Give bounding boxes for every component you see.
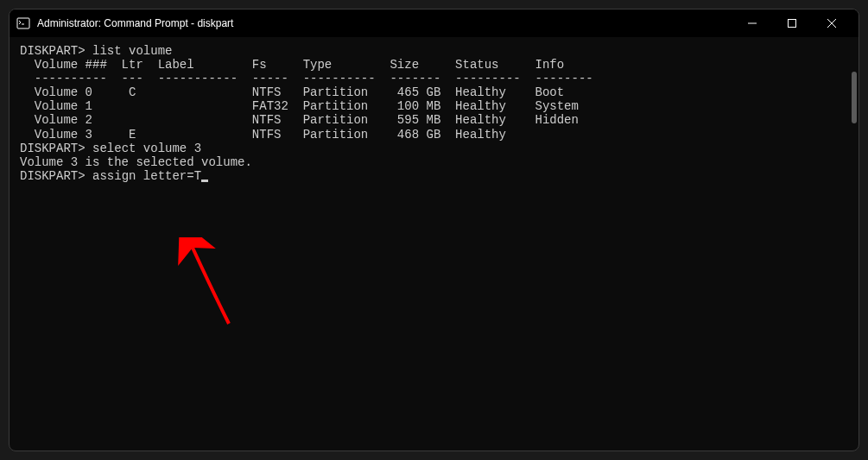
window-controls — [732, 9, 852, 37]
table-row: Volume 2 NTFS Partition 595 MB Healthy H… — [20, 113, 848, 127]
table-row: Volume 1 FAT32 Partition 100 MB Healthy … — [20, 99, 848, 113]
prompt: DISKPART> — [20, 44, 86, 58]
window-title: Administrator: Command Prompt - diskpart — [37, 17, 732, 29]
command-text: assign letter=T — [86, 169, 201, 183]
prompt: DISKPART> — [20, 142, 86, 155]
close-button[interactable] — [812, 9, 852, 37]
minimize-button[interactable] — [732, 9, 772, 37]
command-text: select volume 3 — [86, 142, 201, 155]
app-icon — [16, 16, 30, 30]
command-prompt-window: Administrator: Command Prompt - diskpart… — [9, 9, 859, 451]
svg-rect-3 — [789, 20, 796, 28]
maximize-button[interactable] — [772, 9, 812, 37]
titlebar[interactable]: Administrator: Command Prompt - diskpart — [10, 9, 858, 37]
scrollbar-thumb[interactable] — [852, 72, 857, 123]
table-header: Volume ### Ltr Label Fs Type Size Status… — [20, 58, 848, 72]
command-text: list volume — [86, 44, 173, 58]
prompt-line-1: DISKPART> list volume — [20, 44, 848, 58]
prompt: DISKPART> — [20, 169, 86, 183]
cursor — [201, 180, 208, 182]
prompt-line-2: DISKPART> select volume 3 — [20, 142, 848, 155]
table-row: Volume 0 C NTFS Partition 465 GB Healthy… — [20, 85, 848, 99]
terminal-output[interactable]: DISKPART> list volume Volume ### Ltr Lab… — [10, 37, 858, 451]
prompt-line-3: DISKPART> assign letter=T — [20, 169, 848, 183]
svg-rect-0 — [17, 18, 29, 28]
response-text: Volume 3 is the selected volume. — [20, 155, 848, 169]
table-divider: ---------- --- ----------- ----- -------… — [20, 72, 848, 85]
table-row: Volume 3 E NTFS Partition 468 GB Healthy — [20, 128, 848, 142]
